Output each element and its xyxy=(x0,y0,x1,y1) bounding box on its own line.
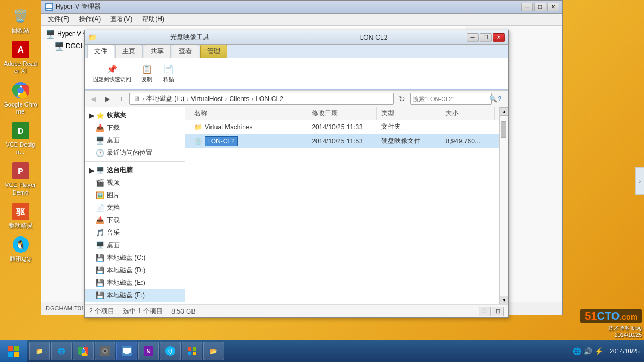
chrome-icon xyxy=(11,80,30,100)
search-input[interactable] xyxy=(413,96,488,102)
chevron-right-icon: › xyxy=(639,178,641,184)
drive-f-icon: 💾 xyxy=(96,291,104,300)
ribbon-tab-file[interactable]: 文件 xyxy=(87,45,114,58)
hyperv-close-btn[interactable]: ✕ xyxy=(547,3,559,11)
ribbon-content: 📌 固定到快速访问 📋 复制 📄 粘贴 xyxy=(85,58,508,90)
hyperv-minimize-btn[interactable]: ─ xyxy=(521,3,533,11)
ribbon-tab-view[interactable]: 查看 xyxy=(172,45,199,58)
loncl2-name-edit[interactable]: LON-CL2 xyxy=(205,136,238,146)
forward-btn[interactable]: ▶ xyxy=(101,93,113,105)
drive-d-icon: 💾 xyxy=(96,266,104,275)
favorites-header[interactable]: ▶ ⭐ 收藏夹 xyxy=(85,109,185,122)
nav-item-drive-e[interactable]: 💾 本地磁盘 (E:) xyxy=(85,277,185,289)
path-clients: Clients xyxy=(229,95,249,103)
col-header-type[interactable]: 类型 xyxy=(377,107,441,120)
icon-vceplayer-label: VCE Player Demo xyxy=(3,182,39,196)
icon-recycle[interactable]: 🗑️ 回收站 xyxy=(2,4,40,36)
up-btn[interactable]: ↑ xyxy=(115,93,127,105)
ribbon-btn-pin[interactable]: 📌 固定到快速访问 xyxy=(89,61,135,86)
taskbar-chrome-icon xyxy=(78,346,89,357)
desktop-icons-panel: 🗑️ 回收站 A Adobe Reader XI Google Chrome xyxy=(0,0,41,340)
icon-qq[interactable]: 🐧 腾讯QQ xyxy=(2,233,40,265)
taskbar-item-media[interactable] xyxy=(95,342,115,360)
icon-adobe[interactable]: A Adobe Reader XI xyxy=(2,38,40,77)
address-path[interactable]: 🖥 › 本地磁盘 (F:) › VirtualHost › Clients › … xyxy=(129,93,394,105)
taskbar-item-chrome[interactable] xyxy=(73,342,94,360)
nav-item-videos-label: 视频 xyxy=(107,178,120,188)
qq-icon: 🐧 xyxy=(11,235,30,254)
ribbon-btn-paste[interactable]: 📄 粘贴 xyxy=(159,61,178,86)
nav-item-desktop[interactable]: 🖥️ 桌面 xyxy=(85,134,185,147)
path-thispc: 🖥 xyxy=(133,95,140,103)
grid-view-btn[interactable]: ⊞ xyxy=(492,307,504,316)
icon-vce[interactable]: D VCE Design... xyxy=(2,118,40,158)
svg-rect-15 xyxy=(46,9,52,10)
collapse-arrow[interactable]: › xyxy=(635,167,644,195)
back-btn[interactable]: ◀ xyxy=(87,93,99,105)
taskbar-item-qq[interactable]: Q xyxy=(160,342,181,360)
nav-item-music[interactable]: 🎵 音乐 xyxy=(85,227,185,239)
nav-item-downloads2[interactable]: 📥 下载 xyxy=(85,214,185,227)
hyperv-menu-file[interactable]: 文件(F) xyxy=(44,14,73,25)
ribbon-tab-manage[interactable]: 管理 xyxy=(200,45,227,58)
svg-point-22 xyxy=(82,349,85,353)
list-view-btn[interactable]: ☰ xyxy=(479,307,491,316)
nav-item-drive-c[interactable]: 💾 本地磁盘 (C:) xyxy=(85,252,185,264)
scroll-thumb[interactable] xyxy=(501,121,506,138)
thispc-label: 这台电脑 xyxy=(107,166,133,175)
nav-item-pictures[interactable]: 🖼️ 图片 xyxy=(85,189,185,202)
explorer-restore-btn[interactable]: ❐ xyxy=(480,33,492,42)
search-box[interactable]: 🔍 xyxy=(410,93,492,105)
icon-recycle-label: 回收站 xyxy=(11,27,29,34)
ribbon-tab-home[interactable]: 主页 xyxy=(115,45,143,58)
nav-section-thispc: ▶ 🖥️ 这台电脑 🎬 视频 🖼️ 图片 📄 文档 xyxy=(85,164,185,304)
taskbar-item-ie[interactable]: 🌐 xyxy=(51,342,72,360)
nav-item-recent[interactable]: 🕐 最近访问的位置 xyxy=(85,147,185,159)
file-row-loncl2[interactable]: 💿 LON-CL2 2014/10/25 11:53 硬盘映像文件 8,949,… xyxy=(185,134,499,148)
refresh-btn[interactable]: ↻ xyxy=(396,93,408,105)
svg-text:P: P xyxy=(18,167,23,176)
taskbar-item-explorer2[interactable]: 📂 xyxy=(203,342,224,360)
nav-item-drive-d[interactable]: 💾 本地磁盘 (D:) xyxy=(85,264,185,277)
scroll-down-btn[interactable]: ▼ xyxy=(500,296,508,304)
help-btn[interactable]: ? xyxy=(494,93,506,105)
taskbar-item-explorer[interactable]: 📁 xyxy=(29,342,50,360)
hyperv-menu-action[interactable]: 操作(A) xyxy=(75,14,105,25)
file-row-virtualmachines[interactable]: 📁 Virtual Machines 2014/10/25 11:33 文件夹 xyxy=(185,120,499,134)
hyperv-menu-view[interactable]: 查看(V) xyxy=(106,14,137,25)
ribbon-btn-copy-label: 复制 xyxy=(141,76,152,83)
drive-e-icon: 💾 xyxy=(96,279,104,288)
file-list-scrollbar[interactable]: ▲ ▼ xyxy=(499,107,508,304)
explorer-statusbar: 2 个项目 选中 1 个项目 8.53 GB ☰ ⊞ xyxy=(85,304,508,317)
explorer-minimize-btn[interactable]: ─ xyxy=(467,33,479,42)
nav-item-docs[interactable]: 📄 文档 xyxy=(85,202,185,214)
taskbar-clock[interactable]: 2014/10/25 xyxy=(605,347,644,355)
icon-driver[interactable]: 驱 驱动精灵 xyxy=(2,199,40,232)
nav-item-desktop2[interactable]: 🖥️ 桌面 xyxy=(85,239,185,252)
svg-rect-36 xyxy=(193,352,196,355)
path-sep2: › xyxy=(187,95,189,103)
start-button[interactable] xyxy=(0,340,27,362)
nav-item-desktop-label: 桌面 xyxy=(107,136,120,145)
col-header-name[interactable]: 名称 xyxy=(190,107,307,120)
ribbon-tab-share[interactable]: 共享 xyxy=(144,45,171,58)
hyperv-maximize-btn[interactable]: □ xyxy=(534,3,546,11)
taskbar-item-store[interactable] xyxy=(182,342,202,360)
icon-vceplayer[interactable]: P VCE Player Demo xyxy=(2,159,40,198)
ribbon-btn-copy[interactable]: 📋 复制 xyxy=(137,61,157,86)
icon-chrome[interactable]: Google Chrome xyxy=(2,78,40,117)
svg-rect-16 xyxy=(8,346,13,351)
nav-item-videos[interactable]: 🎬 视频 xyxy=(85,177,185,189)
hyperv-menu-help[interactable]: 帮助(H) xyxy=(138,14,169,25)
taskbar-item-hyperv[interactable] xyxy=(116,342,137,360)
thispc-header[interactable]: ▶ 🖥️ 这台电脑 xyxy=(85,164,185,177)
col-header-date[interactable]: 修改日期 xyxy=(307,107,377,120)
thispc-icon: 🖥️ xyxy=(96,167,104,174)
nav-item-drive-f[interactable]: 💾 本地磁盘 (F:) xyxy=(85,289,185,302)
col-header-size[interactable]: 大小 xyxy=(441,107,495,120)
taskbar-item-onenote[interactable]: N xyxy=(138,342,159,360)
folder-icon: 📁 xyxy=(194,123,202,131)
scroll-up-btn[interactable]: ▲ xyxy=(500,107,508,116)
nav-item-downloads[interactable]: 📥 下载 xyxy=(85,122,185,134)
explorer-close-btn[interactable]: ✕ xyxy=(493,33,505,42)
